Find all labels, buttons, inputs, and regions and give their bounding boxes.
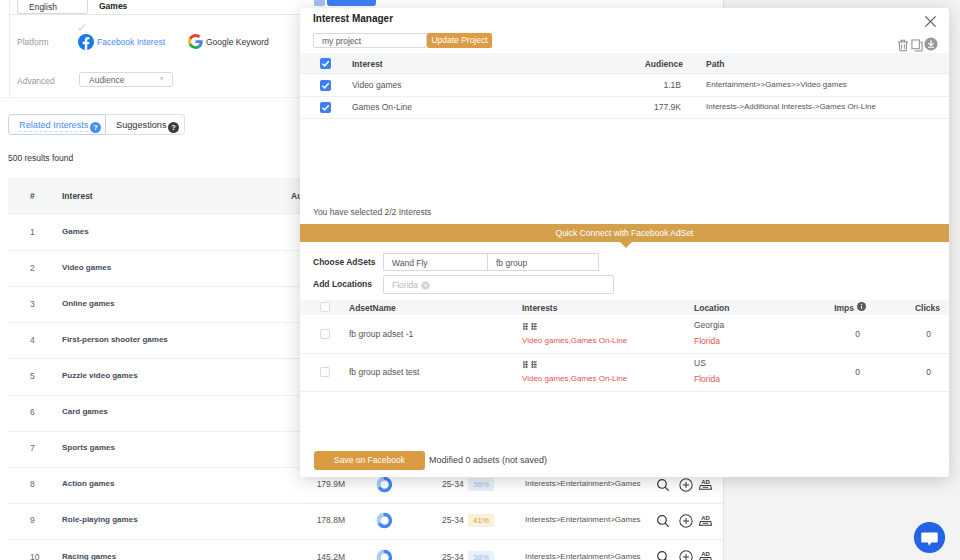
svg-text:?: ? <box>93 123 98 132</box>
svg-text:AD: AD <box>701 551 710 557</box>
svg-text:AD: AD <box>701 479 710 485</box>
svg-text:?: ? <box>171 123 176 132</box>
svg-text:AD: AD <box>701 515 710 521</box>
